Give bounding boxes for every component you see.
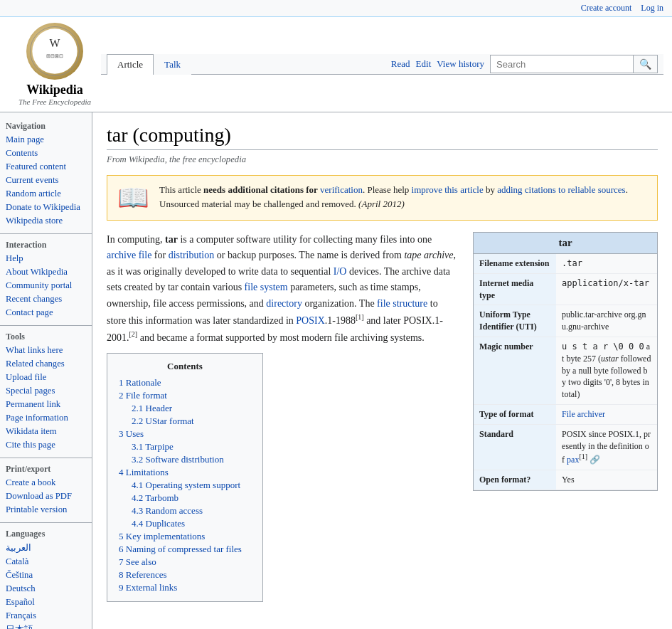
sidebar-lang-czech[interactable]: Čeština	[0, 569, 92, 582]
sidebar-item-upload-file[interactable]: Upload file	[0, 371, 92, 384]
toc-link-naming[interactable]: 6 Naming of compressed tar files	[119, 544, 242, 554]
infobox-row-media: Internet media type application/x-tar	[474, 274, 657, 306]
article-title: tar (computing)	[107, 124, 658, 150]
top-bar: Create account Log in	[0, 0, 672, 17]
verification-link[interactable]: verification	[320, 184, 363, 195]
sidebar-item-recent-changes[interactable]: Recent changes	[0, 292, 92, 306]
tabs-right: Read Edit View history 🔍	[391, 54, 663, 74]
infobox-label-type: Type of format	[474, 405, 556, 424]
toc-link-ustar[interactable]: 2.2 UStar format	[132, 416, 194, 426]
sidebar-lang-catala[interactable]: Català	[0, 555, 92, 569]
toc-link-header[interactable]: 2.1 Header	[132, 403, 172, 413]
toc-link-fileformat[interactable]: 2 File format	[119, 390, 167, 401]
pax-link[interactable]: pax	[567, 455, 579, 465]
sidebar-item-random-article[interactable]: Random article	[0, 187, 92, 201]
toc-item-2-2: 2.2 UStar format	[132, 415, 251, 428]
wiki-title: Wikipedia	[18, 83, 91, 97]
archive-file-link[interactable]: archive file	[107, 250, 151, 260]
layout: Navigation Main page Contents Featured c…	[0, 112, 672, 629]
sidebar-lang-deutsch[interactable]: Deutsch	[0, 582, 92, 596]
adding-citations-link[interactable]: adding citations to reliable sources	[497, 184, 626, 195]
toc-item-4-2: 4.2 Tarbomb	[132, 492, 251, 504]
toc-link-seealso[interactable]: 7 See also	[119, 556, 156, 567]
io-link[interactable]: I/O	[334, 266, 347, 277]
sidebar-item-help[interactable]: Help	[0, 252, 92, 265]
svg-text:⊞⊟⊠⊡: ⊞⊟⊠⊡	[46, 53, 63, 59]
sidebar-item-about[interactable]: About Wikipedia	[0, 265, 92, 279]
sidebar-item-featured-content[interactable]: Featured content	[0, 160, 92, 174]
sidebar-item-create-book[interactable]: Create a book	[0, 476, 92, 490]
sidebar-item-cite[interactable]: Cite this page	[0, 438, 92, 452]
toc-link-uses[interactable]: 3 Uses	[119, 428, 144, 439]
article-subtitle: From Wikipedia, the free encyclopedia	[107, 154, 658, 165]
distribution-link[interactable]: distribution	[169, 250, 215, 260]
file-structure-link[interactable]: file structure	[377, 298, 427, 309]
toc-link-randomaccess[interactable]: 4.3 Random access	[132, 505, 203, 516]
infobox-label-filename: Filename extension	[474, 254, 556, 273]
sidebar-item-permanent-link[interactable]: Permanent link	[0, 398, 92, 411]
toc-link-rationale[interactable]: 1 Rationale	[119, 377, 161, 388]
toc-link-tarbomb[interactable]: 4.2 Tarbomb	[132, 492, 178, 503]
sidebar-lang-arabic[interactable]: العربية	[0, 541, 92, 555]
tab-talk[interactable]: Talk	[154, 54, 191, 75]
header: W ⊞⊟⊠⊡ Wikipedia The Free Encyclopedia A…	[0, 17, 672, 112]
toc-item-4-3: 4.3 Random access	[132, 504, 251, 517]
toc-link-limitations[interactable]: 4 Limitations	[119, 467, 169, 477]
search-button[interactable]: 🔍	[633, 56, 657, 73]
sidebar: Navigation Main page Contents Featured c…	[0, 112, 92, 629]
rationale-title-text: Rationale	[107, 626, 166, 629]
search-input[interactable]	[491, 56, 633, 73]
article-body: tar Filename extension .tar Internet med…	[107, 232, 658, 613]
sidebar-item-page-info[interactable]: Page information	[0, 411, 92, 425]
sidebar-item-donate[interactable]: Donate to Wikipedia	[0, 201, 92, 214]
improve-article-link[interactable]: improve this article	[412, 184, 484, 195]
file-archiver-link[interactable]: File archiver	[562, 409, 605, 419]
print-section-title: Print/export	[0, 461, 92, 476]
sidebar-lang-francais[interactable]: Français	[0, 609, 92, 623]
sidebar-item-special-pages[interactable]: Special pages	[0, 384, 92, 398]
sidebar-item-current-events[interactable]: Current events	[0, 174, 92, 187]
toc-link-extlinks[interactable]: 9 External links	[119, 582, 177, 593]
toc-link-references[interactable]: 8 References	[119, 569, 167, 580]
wikipedia-logo[interactable]: W ⊞⊟⊠⊡	[26, 23, 83, 80]
svg-point-1	[32, 28, 77, 73]
sidebar-item-main-page[interactable]: Main page	[0, 133, 92, 147]
tab-edit[interactable]: Edit	[416, 58, 432, 70]
sidebar-item-printable[interactable]: Printable version	[0, 503, 92, 517]
sidebar-item-contents[interactable]: Contents	[0, 147, 92, 160]
filesystem-link[interactable]: file system	[245, 282, 288, 292]
infobox-label-open: Open format?	[474, 470, 556, 490]
create-account-link[interactable]: Create account	[581, 3, 632, 13]
logo-text: Wikipedia The Free Encyclopedia	[18, 83, 91, 106]
toc-item-4: 4 Limitations	[119, 466, 251, 479]
sidebar-item-download-pdf[interactable]: Download as PDF	[0, 490, 92, 503]
tab-view-history[interactable]: View history	[437, 58, 484, 70]
toc-item-3-1: 3.1 Tarpipe	[132, 440, 251, 453]
posix-link[interactable]: POSIX	[296, 315, 324, 326]
sidebar-divider-2	[0, 325, 92, 326]
tab-article[interactable]: Article	[107, 54, 154, 75]
tab-read[interactable]: Read	[391, 58, 410, 70]
toc-link-keyimpl[interactable]: 5 Key implementations	[119, 531, 205, 541]
search-form: 🔍	[490, 55, 658, 73]
sidebar-item-store[interactable]: Wikipedia store	[0, 214, 92, 228]
tabs-left: Article Talk	[101, 54, 191, 74]
svg-text:W: W	[50, 37, 60, 49]
infobox-value-open: Yes	[556, 470, 657, 490]
sidebar-lang-japanese[interactable]: 日本語	[0, 623, 92, 629]
sidebar-item-community-portal[interactable]: Community portal	[0, 279, 92, 292]
log-in-link[interactable]: Log in	[641, 3, 663, 13]
toc-link-softdist[interactable]: 3.2 Software distribution	[132, 454, 224, 465]
directory-link[interactable]: directory	[266, 298, 302, 309]
infobox-row-type: Type of format File archiver	[474, 405, 657, 425]
toc-link-duplicates[interactable]: 4.4 Duplicates	[132, 518, 185, 529]
infobox-value-media: application/x-tar	[556, 274, 657, 305]
sidebar-item-contact[interactable]: Contact page	[0, 306, 92, 319]
sidebar-item-related-changes[interactable]: Related changes	[0, 357, 92, 371]
sidebar-lang-espanol[interactable]: Español	[0, 596, 92, 609]
sidebar-item-wikidata[interactable]: Wikidata item	[0, 425, 92, 438]
toc-link-ossupport[interactable]: 4.1 Operating system support	[132, 480, 240, 490]
infobox-label-standard: Standard	[474, 425, 556, 470]
sidebar-item-what-links[interactable]: What links here	[0, 344, 92, 357]
toc-link-tarpipe[interactable]: 3.1 Tarpipe	[132, 441, 174, 452]
